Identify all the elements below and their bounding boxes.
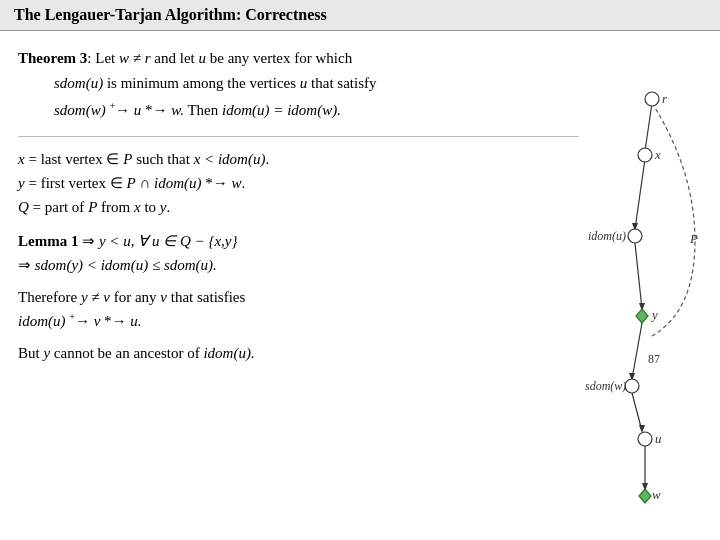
but-text: But: [18, 345, 43, 361]
svg-line-3: [632, 323, 642, 379]
theorem-and-let: and let: [154, 50, 194, 66]
therefore-satisfies: that satisfies: [171, 289, 246, 305]
svg-text:w: w: [652, 487, 661, 502]
theorem-rest-intro: be any vertex for which: [210, 50, 352, 66]
lemma-implies2: ⇒: [18, 257, 35, 273]
svg-point-13: [638, 148, 652, 162]
svg-point-16: [625, 379, 639, 393]
svg-text:y: y: [650, 307, 658, 322]
svg-text:idom(u): idom(u): [588, 229, 626, 243]
theorem-intro: Let: [95, 50, 115, 66]
svg-text:sdom(w): sdom(w): [585, 379, 626, 393]
svg-line-0: [645, 103, 652, 151]
sdom-w: sdom(w): [54, 102, 106, 118]
theorem-line3-arrow1: +→: [109, 102, 133, 118]
lemma-label: Lemma 1: [18, 233, 78, 249]
but-rest: cannot be an ancestor of: [54, 345, 204, 361]
theorem-label: Theorem 3: [18, 50, 87, 66]
svg-text:r: r: [662, 91, 668, 106]
svg-point-14: [628, 229, 642, 243]
svg-line-2: [635, 243, 642, 309]
theorem-u: u: [198, 50, 209, 66]
theorem-line3-idom: idom(u) = idom(w).: [222, 102, 341, 118]
section-divider: [18, 136, 579, 137]
theorem-line3-w: w.: [171, 102, 184, 118]
theorem-w-ne-r: w ≠ r: [119, 50, 154, 66]
svg-line-1: [635, 159, 645, 229]
theorem-line3-u: u: [134, 102, 142, 118]
therefore-arrow2: *→: [104, 313, 130, 329]
svg-marker-15: [636, 309, 648, 323]
therefore-text: Therefore: [18, 289, 81, 305]
sdom-u: sdom(u): [54, 75, 103, 91]
svg-point-12: [645, 92, 659, 106]
lemma-implies: ⇒: [82, 233, 99, 249]
therefore-rest: for any: [114, 289, 161, 305]
svg-text:u: u: [655, 431, 662, 446]
theorem-line2-that-satisfy: that satisfy: [311, 75, 376, 91]
diagram: r x idom(u) P y sdom(w) u w: [580, 81, 710, 501]
svg-text:P: P: [689, 231, 698, 246]
theorem-line2-u: u: [300, 75, 308, 91]
theorem-line3-arrow2: *→: [145, 102, 171, 118]
svg-point-17: [638, 432, 652, 446]
theorem-line3-then: Then: [187, 102, 222, 118]
theorem-line2-rest: is minimum among the vertices: [107, 75, 300, 91]
svg-text:x: x: [654, 147, 661, 162]
therefore-arrow1: +→: [69, 313, 93, 329]
svg-marker-18: [639, 489, 651, 503]
title-bar: The Lengauer-Tarjan Algorithm: Correctne…: [0, 0, 720, 31]
theorem-line-1: Theorem 3: Let w ≠ r and let u be any ve…: [18, 47, 702, 70]
diagram-svg: r x idom(u) P y sdom(w) u w: [580, 81, 710, 511]
page-title: The Lengauer-Tarjan Algorithm: Correctne…: [14, 6, 327, 23]
